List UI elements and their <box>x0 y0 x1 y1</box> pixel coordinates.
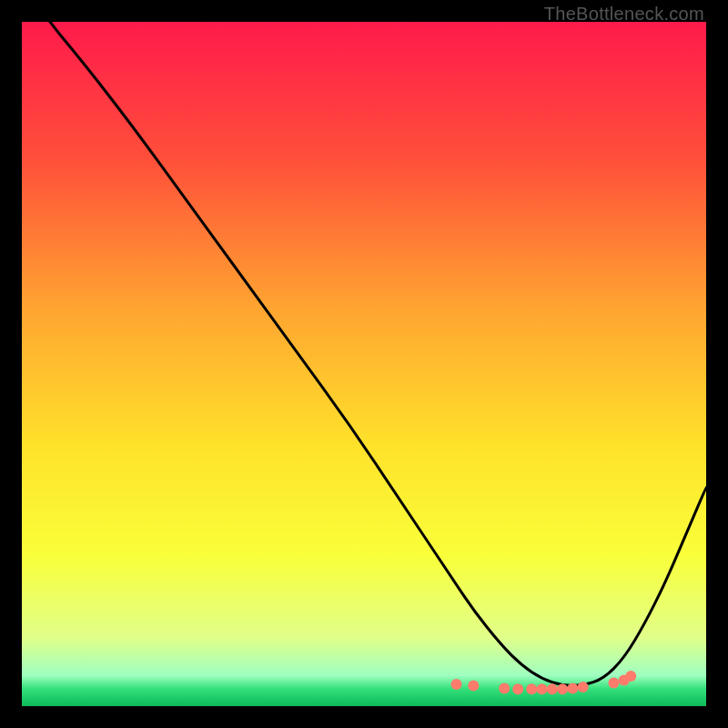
marker-dot <box>468 680 479 691</box>
marker-dot <box>499 682 510 693</box>
chart-background <box>22 22 706 706</box>
marker-dot <box>526 683 537 694</box>
marker-dot <box>512 683 523 694</box>
chart-frame <box>22 22 706 706</box>
marker-dot <box>567 682 578 693</box>
chart-svg <box>22 22 706 706</box>
marker-dot <box>578 682 589 693</box>
marker-dot <box>537 683 548 694</box>
marker-dot <box>547 683 558 694</box>
marker-dot <box>608 677 619 688</box>
marker-dot <box>451 679 462 690</box>
watermark-text: TheBottleneck.com <box>544 4 704 25</box>
marker-dot <box>625 671 636 682</box>
marker-dot <box>557 683 568 694</box>
